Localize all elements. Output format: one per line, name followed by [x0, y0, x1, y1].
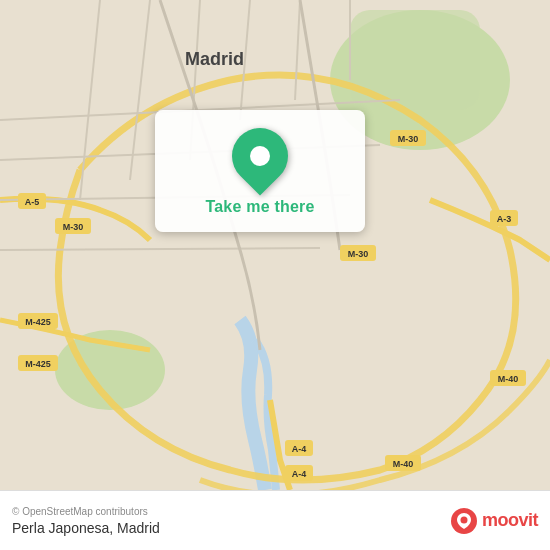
moovit-logo[interactable]: moovit	[450, 507, 538, 535]
svg-text:M-40: M-40	[393, 459, 414, 469]
place-name: Perla Japonesa, Madrid	[12, 520, 160, 536]
svg-text:M-30: M-30	[63, 222, 84, 232]
osm-credit: © OpenStreetMap contributors	[12, 506, 160, 517]
location-pin-icon	[220, 116, 299, 195]
cta-card: Take me there	[155, 110, 365, 232]
take-me-there-button[interactable]: Take me there	[205, 198, 314, 216]
bottom-left: © OpenStreetMap contributors Perla Japon…	[12, 506, 160, 536]
moovit-icon	[450, 507, 478, 535]
svg-text:A-5: A-5	[25, 197, 40, 207]
svg-text:A-3: A-3	[497, 214, 512, 224]
map-container: M-30 M-30 M-30 A-5 A-3 A-4 A-4 M-40 M-40…	[0, 0, 550, 490]
pin-inner	[250, 146, 270, 166]
svg-text:M-40: M-40	[498, 374, 519, 384]
svg-text:M-30: M-30	[398, 134, 419, 144]
svg-text:M-425: M-425	[25, 317, 51, 327]
map-background: M-30 M-30 M-30 A-5 A-3 A-4 A-4 M-40 M-40…	[0, 0, 550, 490]
svg-point-38	[460, 516, 467, 523]
svg-text:A-4: A-4	[292, 444, 307, 454]
svg-text:A-4: A-4	[292, 469, 307, 479]
moovit-text: moovit	[482, 510, 538, 531]
svg-text:M-425: M-425	[25, 359, 51, 369]
svg-text:Madrid: Madrid	[185, 49, 244, 69]
bottom-bar: © OpenStreetMap contributors Perla Japon…	[0, 490, 550, 550]
svg-text:M-30: M-30	[348, 249, 369, 259]
